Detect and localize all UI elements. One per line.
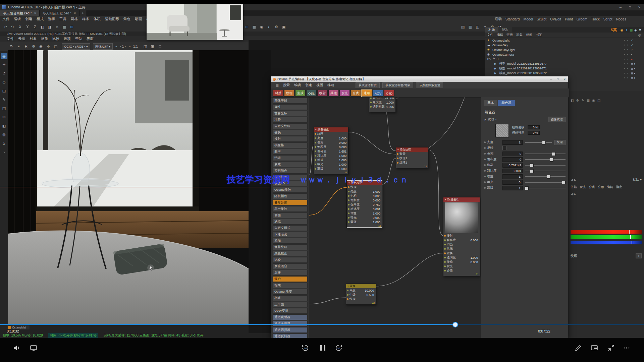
node-param-row[interactable]: 饱和度 0.000 [347, 198, 382, 202]
param-value-field[interactable]: 0 [502, 152, 523, 156]
param-slider[interactable] [525, 159, 566, 160]
object-tags[interactable]: ▦● [629, 67, 644, 70]
dock-toolbar-icon[interactable]: ◫ [597, 99, 600, 102]
close-button[interactable]: ✕ [635, 4, 644, 10]
node-param-row[interactable]: 纹理 [346, 297, 376, 301]
node-param-row[interactable]: 高度 10.000 [346, 288, 376, 293]
node-type-item[interactable]: 比较 [273, 257, 308, 263]
port-icon[interactable] [397, 153, 398, 155]
object-manager-menu-item[interactable]: 对象 [516, 33, 523, 37]
blur-param-value[interactable]: 0 % [528, 131, 540, 135]
toolbar-icon[interactable]: X [17, 23, 23, 30]
toolbar-icon[interactable]: ◉ [258, 23, 265, 30]
live-viewer-toolbar-icon[interactable]: ◻ [157, 43, 163, 50]
node-param-row[interactable]: 中级 0.500 [346, 293, 376, 297]
object-manager-tab[interactable]: 对象 [485, 27, 498, 33]
node-type-item[interactable]: Octane 渐变 [273, 289, 308, 295]
port-icon[interactable] [444, 257, 446, 258]
slider-handle[interactable] [550, 158, 553, 162]
tool-icon[interactable]: ↺ [1, 70, 7, 77]
menu-item[interactable]: 运动图形 [105, 17, 119, 21]
document-tab[interactable]: 冬天阳台工程.c4d * ✕ [40, 10, 79, 16]
port-icon[interactable] [315, 168, 316, 170]
menu-item[interactable]: 体积 [94, 17, 101, 21]
node-editor-title-bar[interactable]: Octane 节点编辑器 【汉化不易 色意分享 作者铭记 相互理解】 ─□✕ [271, 76, 568, 82]
parameter-panel-tab[interactable]: 着色器 [498, 100, 515, 106]
param-slider[interactable] [525, 142, 552, 143]
texture-type-dropdown[interactable]: 图像纹理 [548, 117, 566, 122]
live-viewer-menu-item[interactable]: 对象 [30, 37, 37, 41]
object-tags[interactable]: ✓ [629, 39, 644, 42]
tool-icon[interactable]: ◎ [1, 53, 7, 59]
search-icon[interactable]: ◎ [638, 33, 641, 37]
node-type-item[interactable]: 颜色校正 [273, 251, 308, 256]
param-slider[interactable] [525, 182, 566, 183]
object-manager-menu-item[interactable]: 标签 [526, 33, 532, 37]
live-viewer-menu-item[interactable]: 材质 [41, 37, 48, 41]
node-type-item[interactable]: 污垢 [273, 155, 308, 161]
menu-item[interactable]: 文件 [2, 17, 9, 21]
port-icon[interactable] [444, 248, 446, 250]
visibility-dots-icon[interactable]: ● ● [624, 72, 629, 74]
maximize-button[interactable]: □ [625, 4, 635, 10]
port-icon[interactable] [315, 155, 316, 157]
node-param-row[interactable]: 纹理1 [396, 156, 428, 161]
document-tab[interactable]: + ✕ [79, 10, 87, 16]
live-viewer-menu-item[interactable]: 界面 [87, 37, 94, 41]
visibility-dots-icon[interactable]: ● ● [624, 49, 629, 51]
slider-handle[interactable] [547, 175, 550, 179]
node-title[interactable]: 混合纹理 [396, 147, 428, 152]
slider-handle[interactable] [530, 169, 534, 173]
port-icon[interactable] [348, 204, 350, 205]
port-icon[interactable] [315, 142, 316, 143]
red-channel-gradient[interactable] [571, 230, 642, 234]
invert-checkbox[interactable] [502, 146, 507, 150]
param-slider[interactable] [525, 176, 566, 177]
menu-item[interactable]: 工具 [59, 17, 66, 21]
visibility-dots-icon[interactable]: ● ● [624, 44, 629, 46]
node-octane-diffuse-material[interactable]: Oc漫射t1 漫射 粗糙度 0.000 [443, 197, 480, 276]
toolbar-icon[interactable]: ↶ [2, 23, 9, 30]
texture-thumbnail[interactable] [495, 124, 509, 137]
toolbar-icon[interactable]: ↷ [9, 23, 16, 30]
node-param-row[interactable]: 曝光 0.000 [347, 216, 382, 220]
material-tab[interactable]: 指定 [616, 185, 622, 189]
node-editor-window-button[interactable]: ✕ [561, 77, 568, 81]
frame-nav-button[interactable]: · 1 · [120, 45, 126, 48]
node-displacement[interactable]: 置换 高度 10.000 中级 0.500 [346, 284, 376, 305]
tool-icon[interactable]: ◧ [1, 123, 7, 129]
param-value-field[interactable]: 0.001 [502, 169, 523, 173]
port-icon[interactable] [370, 97, 372, 99]
object-tags[interactable]: ▦● [629, 76, 644, 79]
toolbar-icon[interactable]: ▣ [280, 23, 287, 30]
visibility-dots-icon[interactable]: ● ● [624, 67, 629, 69]
workspace-switcher-item[interactable]: UVEdit [550, 17, 561, 21]
node-param-row[interactable]: 增益 1.000 [314, 158, 348, 162]
workspace-switcher-item[interactable]: Groom [577, 17, 587, 21]
tool-icon[interactable]: ◇ [1, 79, 7, 85]
blue-channel-gradient[interactable] [571, 241, 642, 244]
document-tab[interactable]: 冬天阳台白模.c4d * ✕ [0, 10, 40, 16]
object-tree-row[interactable]: ◉ OctaneCamera ● ● ▪ [485, 52, 644, 57]
toolbar-icon[interactable]: ▦ [251, 23, 258, 30]
forward-30-icon[interactable]: 30 [335, 344, 343, 352]
node-param-row[interactable]: 对比度 1.000 [314, 154, 348, 158]
plugin-toolbar-icon[interactable]: ⚑ [639, 28, 642, 32]
object-tags[interactable]: ▪ [629, 53, 644, 56]
visibility-dots-icon[interactable]: ● ● [624, 53, 629, 55]
toolbar-icon[interactable]: ▦ [61, 23, 68, 30]
live-viewer-menu-item[interactable]: 帮助 [75, 37, 82, 41]
node-type-item[interactable]: 通道映射器 [273, 314, 308, 320]
texture-dropdown-button[interactable]: ▾ [636, 253, 642, 258]
toolbar-icon[interactable]: ◐ [266, 23, 272, 30]
frame-nav-button[interactable]: « [115, 45, 117, 48]
live-viewer-toolbar-icon[interactable]: ◫ [142, 43, 149, 50]
port-icon[interactable] [348, 221, 350, 223]
dock-toolbar-icon[interactable]: ▦ [587, 99, 590, 102]
menu-item[interactable]: 网格 [71, 17, 78, 21]
param-slider[interactable] [525, 188, 566, 188]
node-editor-action-button[interactable]: 获取源活标签/对象 [382, 82, 414, 88]
object-manager-menu-item[interactable]: 查看 [506, 33, 513, 37]
edit-pencil-icon[interactable] [574, 344, 582, 352]
node-type-item[interactable]: 涡流 [273, 219, 308, 225]
